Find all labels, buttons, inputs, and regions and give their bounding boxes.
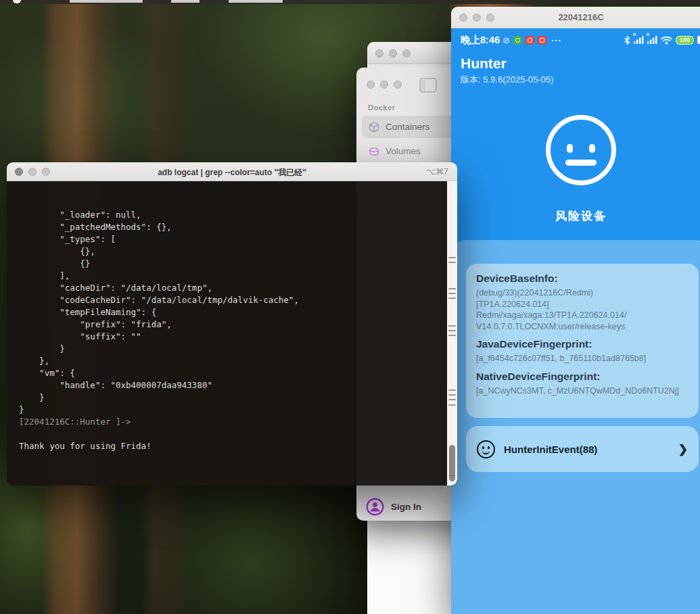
minimize-button[interactable] [380,80,388,89]
terminal-line: [22041216C::Hunter ]-> [19,416,442,428]
scroll-mark [448,404,456,406]
app-version: 版本: 5.9.6(2025-05-05) [461,74,553,86]
notification-app-icon [538,36,546,45]
mute-icon: ⊘ [503,35,510,45]
more-notifications-icon: ··· [551,35,562,45]
sign-in-label: Sign In [391,502,421,512]
terminal-scrollback: "_loader": null, "_patchedMethods": {}, … [19,209,442,452]
scroll-mark [448,288,456,289]
terminal-line: "_types": [ [19,233,442,245]
terminal-line: {}, [19,245,442,258]
device-info-value: [TP1A.220624.014] [476,299,689,310]
menu-bar [0,0,700,4]
cube-icon [369,122,379,133]
terminal-line: Thank you for using Frida! [19,440,442,452]
battery-indicator: 100 [676,36,694,45]
close-button[interactable] [15,168,23,176]
device-info-value: [a_f6454c726c07ff51, b_765110b1ad8765b8] [476,353,689,364]
terminal-line: "_loader": null, [19,209,442,221]
apple-logo-icon[interactable] [13,0,21,3]
terminal-line: "cacheDir": "/data/local/tmp", [19,282,442,294]
terminal-line: "suffix": "" [19,331,442,343]
phone-screen: 晚上8:46 ⊘ ··· R [451,28,700,614]
menubar-text-remnant [70,0,143,3]
sidebar-item-label: Containers [386,122,429,132]
minimize-button[interactable] [389,49,397,57]
terminal-line: "tempFileNaming": { [19,306,442,318]
close-button[interactable] [375,49,383,57]
device-info-card: DeviceBaseInfo:(debug/33)(22041216C/Redm… [466,264,699,418]
terminal-line: "handle": "0xb400007daa943380" [19,379,442,392]
clock: 晚上8:46 [461,34,500,47]
terminal-line: "codeCacheDir": "/data/local/tmp/dalvik-… [19,294,442,306]
phone-window-titlebar[interactable]: 22041216C [451,7,700,28]
scroll-mark [448,262,456,263]
device-info-heading: JavaDeviceFingerprint: [476,338,689,350]
menubar-text-remnant [171,0,200,3]
terminal-tab-shortcut: ⌥⌘7 [426,167,448,176]
scroll-mark [448,293,456,294]
scroll-mark [448,389,456,391]
terminal-title: adb logcat | grep --color=auto "我已经" [47,167,417,179]
app-header: Hunter 版本: 5.9.6(2025-05-05) [461,55,553,86]
terminal-line [19,428,442,440]
device-info-value: Redmi/xaga/xaga:13/TP1A.220624.014/ [476,310,689,321]
sign-in-button[interactable]: Sign In [366,498,421,516]
scroll-mark [448,298,456,299]
scroll-mark [448,325,456,327]
avatar-icon [366,498,384,516]
terminal-line: ], [19,270,442,282]
risk-status-label: 风险设备 [451,208,700,224]
scroll-mark [448,394,456,396]
terminal-scrollbar[interactable] [447,181,457,486]
happy-face-icon [477,440,495,458]
bluetooth-icon [624,36,630,45]
chevron-right-icon: ❯ [678,442,688,456]
terminal-line: } [19,404,442,416]
volume-icon [369,147,379,156]
cellular-signal-icon: R [634,36,644,44]
device-info-value: [a_NCwyNCs3MT, c_MzU6NTQwMDd_NDo6NTU2Nj] [476,385,689,397]
terminal-body[interactable]: "_loader": null, "_patchedMethods": {}, … [7,181,457,486]
terminal-line: "prefix": "frida", [19,318,442,331]
sidebar-item-volumes[interactable]: Volumes [362,140,463,162]
close-button[interactable] [367,80,375,89]
terminal-line: "vm": { [19,367,442,379]
terminal-line: {} [19,258,442,270]
scrollbar-thumb[interactable] [449,445,455,481]
scroll-mark [448,399,456,400]
notification-app-icon [513,36,522,45]
terminal-line: } [19,343,442,355]
minimize-button[interactable] [28,168,37,176]
terminal-line: }, [19,355,442,367]
zoom-button[interactable] [402,49,411,57]
device-info-heading: NativeDeviceFingerprint: [476,371,689,383]
terminal-titlebar[interactable]: adb logcat | grep --color=auto "我已经" ⌥⌘7 [7,162,457,181]
sidebar-item-label: Volumes [386,146,421,156]
sidebar-toggle-icon[interactable] [419,78,437,93]
phone-window-title: 22041216C [451,12,700,22]
terminal-line: "_patchedMethods": {}, [19,221,442,233]
notification-app-icon [526,36,534,45]
phone-mirror-window: 22041216C 晚上8:46 ⊘ ··· R [451,7,700,614]
terminal-text: "_loader": null, "_patchedMethods": {}, … [19,185,442,486]
scroll-mark [448,335,456,336]
risk-face-icon [546,115,616,185]
phone-status-bar: 晚上8:46 ⊘ ··· R [451,28,700,51]
desktop: Docker Containers Volumes Sign In [0,0,700,614]
device-info-value: (debug/33)(22041216C/Redmi) [476,287,689,299]
terminal-line: } [19,392,442,404]
device-info-heading: DeviceBaseInfo: [476,273,689,285]
scroll-mark [448,257,456,258]
sidebar-item-containers[interactable]: Containers [362,116,463,138]
menubar-text-remnant [229,0,283,3]
list-item-hunter-init-event[interactable]: HunterInitEvent(88) ❯ [466,426,699,472]
wifi-icon [661,36,672,45]
device-info-value: V14.0.7.0.TLOCNXM:user/release-keys [476,321,689,333]
app-title: Hunter [461,55,553,72]
list-item-label: HunterInitEvent(88) [504,444,597,455]
zoom-button[interactable] [394,80,402,89]
docker-sidebar-section-label: Docker [368,103,395,112]
clipped-status-icon [697,36,700,44]
results-panel: DeviceBaseInfo:(debug/33)(22041216C/Redm… [451,240,700,614]
